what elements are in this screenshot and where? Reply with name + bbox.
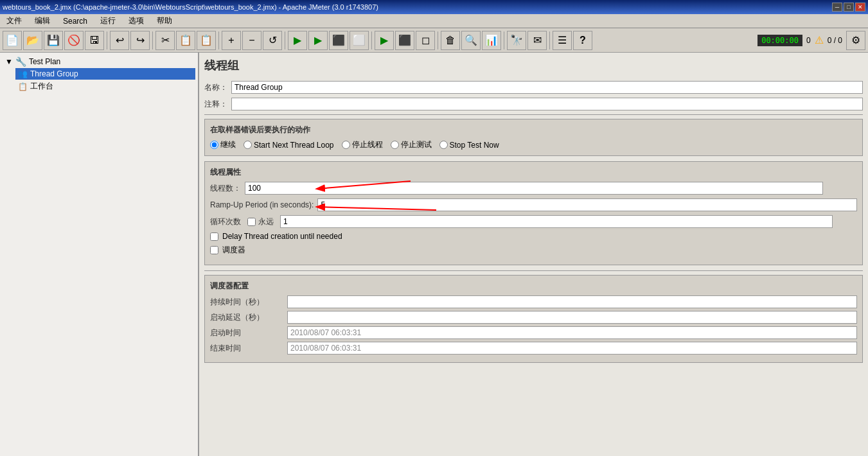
scheduler-row: 调度器	[210, 245, 857, 256]
cut-button[interactable]: ✂	[155, 31, 175, 50]
error-count: 0	[806, 36, 811, 45]
loop-forever-checkbox[interactable]	[247, 218, 256, 226]
start-no-pause-button[interactable]: ▶	[308, 31, 328, 50]
thread-count: 0 / 0	[828, 36, 842, 45]
copy-button[interactable]: 📋	[176, 31, 195, 50]
radio-stop-thread[interactable]: 停止线程	[342, 139, 383, 150]
toolbar-sep-7	[504, 31, 504, 49]
loop-count-label: 循环次数	[210, 216, 241, 227]
engine-button[interactable]: ⚙	[846, 31, 865, 50]
action-title: 在取样器错误后要执行的动作	[210, 125, 857, 136]
toolbar-sep-8	[549, 31, 550, 49]
name-label: 名称：	[204, 82, 227, 93]
undo-button[interactable]: ↩	[110, 31, 129, 50]
timer-display: 00:00:00	[757, 35, 802, 46]
stop-red-button[interactable]: 🚫	[64, 31, 84, 50]
test-plan-label: Test Plan	[29, 57, 60, 66]
duration-input[interactable]	[287, 295, 857, 308]
duration-row: 持续时间（秒）	[210, 295, 857, 308]
toolbar-sep-6	[438, 31, 438, 49]
shutdown-button[interactable]: ⬜	[350, 31, 369, 50]
expand-arrow: ▼	[5, 57, 13, 66]
analyze-button[interactable]: 🔍	[461, 31, 481, 50]
tree-item-test-plan[interactable]: ▼ 🔧 Test Plan	[3, 55, 195, 68]
delay-creation-checkbox[interactable]	[210, 232, 218, 241]
work-table-icon: 📋	[18, 82, 28, 91]
name-input[interactable]	[231, 81, 863, 94]
start-button[interactable]: ▶	[288, 31, 307, 50]
delay-creation-row: Delay Thread creation until needed	[210, 232, 857, 241]
start-time-input[interactable]	[287, 326, 857, 339]
menu-file[interactable]: 文件	[3, 14, 26, 28]
divider-1	[204, 114, 863, 115]
ramp-up-label: Ramp-Up Period (in seconds):	[210, 200, 314, 209]
reset-button[interactable]: ↺	[263, 31, 282, 50]
startup-delay-label: 启动延迟（秒）	[210, 312, 287, 323]
remote-start-button[interactable]: ▶	[375, 31, 394, 50]
save-button[interactable]: 💾	[44, 31, 63, 50]
startup-delay-input[interactable]	[287, 311, 857, 324]
binoculars-button[interactable]: 🔭	[507, 31, 526, 50]
comment-label: 注释：	[204, 99, 227, 110]
menu-options[interactable]: 选项	[125, 14, 148, 28]
minimize-button[interactable]: ─	[832, 3, 842, 12]
thread-count-label: 线程数：	[210, 183, 241, 194]
duration-label: 持续时间（秒）	[210, 297, 287, 308]
menu-run[interactable]: 运行	[96, 14, 120, 28]
left-panel: ▼ 🔧 Test Plan 👥 Thread Group 📋 工作台	[0, 53, 199, 456]
paste-button[interactable]: 📋	[197, 31, 216, 50]
toolbar-sep-3	[218, 31, 219, 49]
radio-group: 继续 Start Next Thread Loop 停止线程 停止测试 Stop…	[210, 139, 857, 150]
toolbar-sep-4	[285, 31, 285, 49]
radio-next-loop[interactable]: Start Next Thread Loop	[244, 141, 334, 150]
close-button[interactable]: ✕	[855, 3, 865, 12]
menu-search[interactable]: Search	[59, 15, 91, 27]
title-bar: webtours_book_2.jmx (C:\apache-jmeter-3.…	[0, 0, 868, 14]
remote-clear-button[interactable]: ◻	[416, 31, 435, 50]
tree-item-work-table[interactable]: 📋 工作台	[15, 80, 195, 93]
divider-2	[204, 270, 863, 271]
radio-stop-test[interactable]: 停止测试	[391, 139, 432, 150]
help-button[interactable]: ?	[573, 31, 592, 50]
menu-help[interactable]: 帮助	[153, 14, 176, 28]
start-time-row: 启动时间	[210, 326, 857, 339]
scheduler-label: 调度器	[222, 245, 245, 256]
scheduler-config-title: 调度器配置	[210, 281, 857, 292]
end-time-input[interactable]	[287, 342, 857, 355]
startup-delay-row: 启动延迟（秒）	[210, 311, 857, 324]
clear-all-button[interactable]: 🗑	[441, 31, 460, 50]
scheduler-checkbox[interactable]	[210, 246, 218, 254]
radio-stop-now[interactable]: Stop Test Now	[439, 141, 499, 150]
thread-count-input[interactable]	[245, 182, 823, 195]
new-button[interactable]: 📄	[3, 31, 22, 50]
redo-button[interactable]: ↪	[130, 31, 150, 50]
toolbar-sep-2	[152, 31, 153, 49]
radio-continue[interactable]: 继续	[210, 139, 236, 150]
maximize-button[interactable]: □	[844, 3, 854, 12]
ramp-up-input[interactable]	[317, 198, 857, 211]
function-button[interactable]: 📊	[482, 31, 501, 50]
toolbar: 📄 📂 💾 🚫 🖫 ↩ ↪ ✂ 📋 📋 + − ↺ ▶ ▶ ⬛ ⬜ ▶ ⬛ ◻ …	[0, 28, 868, 53]
thread-props-title: 线程属性	[210, 167, 857, 178]
action-on-error-panel: 在取样器错误后要执行的动作 继续 Start Next Thread Loop …	[204, 119, 863, 156]
test-plan-icon: 🔧	[15, 57, 26, 67]
open-button[interactable]: 📂	[23, 31, 42, 50]
toolbar-right: 00:00:00 0 ⚠ 0 / 0 ⚙	[757, 31, 865, 50]
compose-button[interactable]: ✉	[527, 31, 547, 50]
list-button[interactable]: ☰	[553, 31, 572, 50]
menu-edit[interactable]: 编辑	[31, 14, 54, 28]
comment-input[interactable]	[231, 98, 863, 110]
end-time-label: 结束时间	[210, 343, 287, 354]
collapse-button[interactable]: −	[242, 31, 261, 50]
remote-stop-button[interactable]: ⬛	[395, 31, 414, 50]
toolbar-sep-5	[371, 31, 372, 49]
warning-icon: ⚠	[815, 34, 824, 46]
scheduler-config-panel: 调度器配置 持续时间（秒） 启动延迟（秒） 启动时间 结束时间	[204, 275, 863, 363]
save-floppy-button[interactable]: 🖫	[85, 31, 104, 50]
name-row: 名称：	[204, 81, 863, 94]
tree-item-thread-group[interactable]: 👥 Thread Group	[15, 68, 195, 80]
stop-button[interactable]: ⬛	[329, 31, 348, 50]
comment-row: 注释：	[204, 98, 863, 110]
expand-button[interactable]: +	[222, 31, 241, 50]
loop-count-input[interactable]	[280, 215, 833, 228]
